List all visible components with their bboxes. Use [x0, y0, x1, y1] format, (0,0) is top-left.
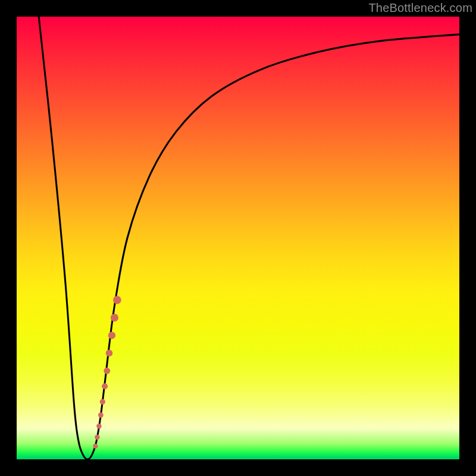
highlight-dot	[100, 399, 105, 405]
highlight-dot	[111, 314, 118, 321]
plot-area	[17, 17, 459, 459]
highlight-dot	[93, 444, 98, 449]
highlight-dot	[106, 350, 113, 357]
highlight-dot	[108, 331, 115, 339]
highlight-dot	[102, 383, 108, 389]
highlight-dots	[93, 296, 121, 448]
highlight-dot	[96, 424, 101, 428]
highlight-dot	[98, 412, 104, 418]
highlight-dot	[95, 435, 99, 440]
bottleneck-curve	[39, 17, 459, 459]
highlight-dot	[113, 296, 121, 304]
chart-container: TheBottleneck.com	[0, 0, 476, 476]
highlight-dot	[104, 368, 110, 374]
watermark-text: TheBottleneck.com	[368, 1, 472, 15]
curve-svg	[17, 17, 459, 459]
